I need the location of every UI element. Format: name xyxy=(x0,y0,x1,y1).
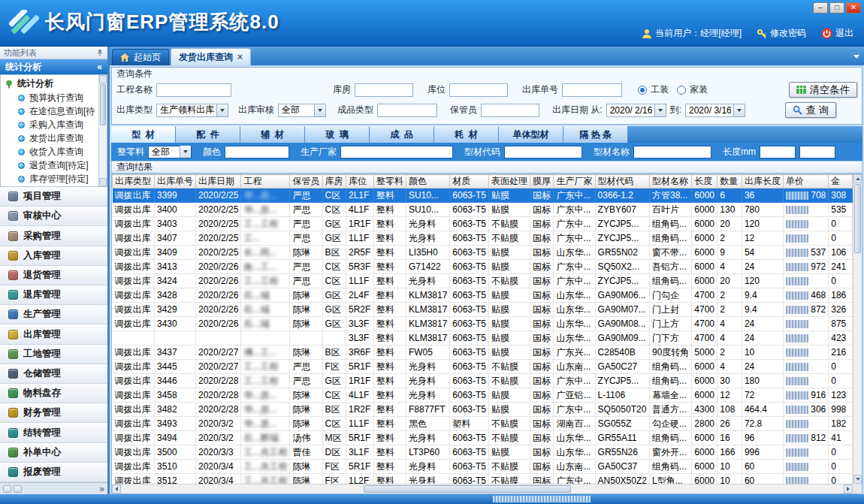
material-tab[interactable]: 辅 材 xyxy=(240,126,305,143)
material-tab[interactable]: 玻 璃 xyxy=(305,126,370,143)
material-tab[interactable]: 成 品 xyxy=(370,126,434,143)
table-row[interactable]: 调拨出库34452020/2/27工...工程严思F区5R1F整料光身料6063… xyxy=(113,360,853,374)
column-header[interactable]: 数量 xyxy=(717,175,742,189)
footer-calc-icon[interactable] xyxy=(14,485,22,493)
pin-icon[interactable] xyxy=(96,49,104,56)
material-tab[interactable]: 耗 材 xyxy=(434,126,499,143)
table-row[interactable]: 调拨出库34932020/3/2华...原...陈琳C区1L1F整料黑色塑料不贴… xyxy=(113,417,853,431)
sidebar-menu-item[interactable]: 报废管理 xyxy=(0,463,107,482)
chevron-down-icon[interactable] xyxy=(216,104,228,116)
column-header[interactable]: 单价 xyxy=(783,175,828,189)
color-input[interactable] xyxy=(225,146,289,158)
column-header[interactable]: 出库日期 xyxy=(195,175,240,189)
table-row[interactable]: 调拨出库34292020/2/26石...城陈琳G区5R2F整料KLM38176… xyxy=(113,303,853,317)
material-tab[interactable]: 配 件 xyxy=(176,126,240,143)
tree-root[interactable]: 统计分析 xyxy=(1,77,107,91)
table-row[interactable]: 调拨出库34282020/2/26石...城陈琳G区2L4F整料KLM38176… xyxy=(113,288,853,303)
date-to-picker[interactable]: 2020/ 3/16 xyxy=(685,104,745,117)
table-row[interactable]: 调拨出库35002020/3/3工...共工程曹佳D区3L1F整料LT3P606… xyxy=(113,445,853,460)
chevron-down-icon[interactable] xyxy=(314,104,325,116)
close-button[interactable]: ✕ xyxy=(846,2,861,14)
table-row[interactable]: 调拨出库34942020/3/2石...辉城汤伟M区5R1F整料光身料6063-… xyxy=(113,431,853,445)
tree-item[interactable]: 收货入库查询 xyxy=(1,145,107,158)
table-row[interactable]: 调拨出库33992020/2/25华...原...严思C区2L1F整料SU10.… xyxy=(113,189,853,203)
sidebar-menu-item[interactable]: 入库管理 xyxy=(0,246,107,266)
sidebar-menu-item[interactable]: 结转管理 xyxy=(0,423,107,442)
horizontal-scrollbar[interactable] xyxy=(112,484,853,493)
vertical-scrollbar[interactable] xyxy=(853,174,862,484)
table-row[interactable]: 调拨出库34032020/2/25工...工程严思G区1R1F整料光身料6063… xyxy=(113,217,853,231)
table-row[interactable]: 调拨出库35122020/3/4工...共工程陈琳F区1L2F整料光身料6063… xyxy=(113,474,853,484)
column-header[interactable]: 长度 xyxy=(692,175,717,189)
sidebar-menu-item[interactable]: 退货管理 xyxy=(0,266,107,285)
maker-input[interactable] xyxy=(340,146,453,158)
logout-button[interactable]: 退出 xyxy=(821,27,853,40)
column-header[interactable]: 整零料 xyxy=(373,175,406,189)
tab-shipment-query[interactable]: 发货出库查询 × xyxy=(171,48,251,65)
column-header[interactable]: 出库单号 xyxy=(154,175,195,189)
table-row[interactable]: 调拨出库34582020/2/28华...原...陈琳C区4L1F整料光身料60… xyxy=(113,388,853,403)
tree-item[interactable]: 在途信息查询[待 xyxy=(1,104,107,118)
tree-item[interactable]: 预算执行查询 xyxy=(1,91,107,104)
column-header[interactable]: 工程 xyxy=(241,175,290,189)
footer-panel-icon[interactable] xyxy=(3,485,11,493)
order-no-input[interactable] xyxy=(562,83,622,97)
sidebar-menu-item[interactable]: 生产管理 xyxy=(0,305,107,324)
column-header[interactable]: 型材代码 xyxy=(595,175,649,189)
column-header[interactable]: 出库类型 xyxy=(113,175,155,189)
project-name-input[interactable] xyxy=(156,83,231,97)
sidebar-menu-item[interactable]: 审核中心 xyxy=(0,207,107,226)
radio-home-install[interactable] xyxy=(677,86,686,95)
column-header[interactable]: 颜色 xyxy=(406,175,449,189)
sidebar-menu-item[interactable]: 仓储管理 xyxy=(0,364,107,384)
tree-scroll-up[interactable] xyxy=(99,75,107,83)
table-row[interactable]: 调拨出库34372020/2/27佛...工...陈琳B区3R6F整料FW056… xyxy=(113,346,853,360)
tree-item[interactable]: 退货查询[待定] xyxy=(1,158,107,172)
date-from-picker[interactable]: 2020/ 2/16 xyxy=(606,104,666,117)
sidebar-menu-item[interactable]: 出库管理 xyxy=(0,324,107,344)
sidebar-menu-item[interactable]: 采购管理 xyxy=(0,226,107,246)
keeper-input[interactable] xyxy=(481,104,539,117)
query-button[interactable]: 查 询 xyxy=(785,102,836,118)
minimize-button[interactable]: – xyxy=(813,2,828,14)
audit-select[interactable]: 全部 xyxy=(278,104,326,117)
chevron-down-icon[interactable] xyxy=(733,104,745,116)
tree-item[interactable]: 库存管理[待定] xyxy=(1,172,107,186)
sidebar-menu-item[interactable]: 工地管理 xyxy=(0,345,107,364)
column-header[interactable]: 型材名称 xyxy=(649,175,691,189)
tree-item[interactable]: 发货出库查询 xyxy=(1,131,107,145)
vertical-scroll-thumb[interactable] xyxy=(854,184,861,253)
scroll-left-icon[interactable] xyxy=(112,484,121,493)
out-type-select[interactable]: 生产领料出库 xyxy=(156,104,228,117)
sidebar-menu-item[interactable]: 物料盘存 xyxy=(0,384,107,403)
maximize-button[interactable]: □ xyxy=(829,2,844,14)
material-tab[interactable]: 隔 热 条 xyxy=(563,126,628,143)
table-row[interactable]: 调拨出库34822020/2/28华...原...陈琳B区1R2F整料F8877… xyxy=(113,403,853,417)
column-header[interactable]: 材质 xyxy=(450,175,489,189)
tree-scroll-thumb[interactable] xyxy=(100,84,106,125)
whole-part-select[interactable]: 全部 xyxy=(148,146,192,158)
footer-more-button[interactable]: » xyxy=(99,484,104,494)
column-header[interactable]: 金 xyxy=(829,175,853,189)
sidebar-menu-item[interactable]: 项目管理 xyxy=(0,187,107,207)
column-header[interactable]: 出库长度 xyxy=(742,175,783,189)
clear-conditions-button[interactable]: 清空条件 xyxy=(789,82,857,98)
column-header[interactable]: 表面处理 xyxy=(489,175,530,189)
scroll-up-icon[interactable] xyxy=(853,174,862,183)
column-header[interactable]: 膜厚 xyxy=(530,175,554,189)
sidebar-section-header[interactable]: 统计分析 « xyxy=(0,59,107,74)
profile-name-input[interactable] xyxy=(633,146,711,158)
scroll-right-icon[interactable] xyxy=(844,484,853,493)
table-row[interactable]: 调拨出库34002020/2/25华...原...严思C区4L1F整料SU10.… xyxy=(113,203,853,217)
location-input[interactable] xyxy=(449,83,508,97)
table-row[interactable]: 调拨出库34242020/2/26工...工程严思C区1L1F整料光身料6063… xyxy=(113,274,853,288)
profile-code-input[interactable] xyxy=(504,146,582,158)
table-row[interactable]: 3L3F整料KLM38176063-T5贴膜国标山东华...GA90M09...… xyxy=(113,331,853,346)
product-type-input[interactable] xyxy=(377,104,437,117)
table-row[interactable]: 调拨出库34132020/2/26南...工...严思C区5R3F整料G7142… xyxy=(113,260,853,274)
radio-work-install[interactable] xyxy=(638,86,647,95)
chevron-down-icon[interactable] xyxy=(654,104,666,116)
tree-item[interactable]: 采购入库查询 xyxy=(1,118,107,131)
table-row[interactable]: 调拨出库34092020/2/25长...同...陈琳B区2R5F整料LI35H… xyxy=(113,246,853,260)
column-header[interactable]: 库位 xyxy=(346,175,373,189)
